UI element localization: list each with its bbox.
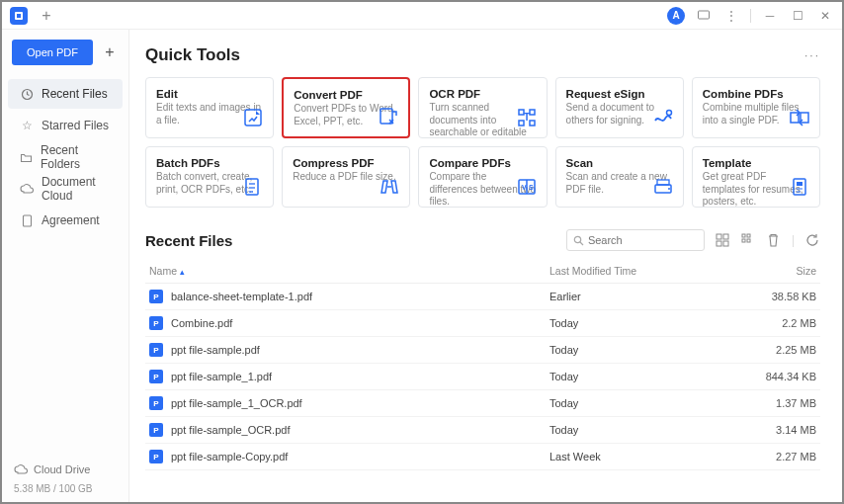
table-row[interactable]: Pppt file-sample-Copy.pdfLast Week2.27 M… [145, 444, 820, 470]
sidebar-item-label: Agreement [42, 213, 100, 227]
file-size: 2.27 MB [727, 451, 816, 462]
file-size: 2.2 MB [727, 317, 816, 329]
table-row[interactable]: Pppt file-sample_1.pdfToday844.34 KB [145, 364, 820, 390]
tool-card-batch-pdfs[interactable]: Batch PDFsBatch convert, create, print, … [145, 146, 274, 208]
tool-card-compress-pdf[interactable]: Compress PDFReduce a PDF file size. [282, 146, 410, 208]
cloud-drive-button[interactable]: Cloud Drive [14, 460, 117, 479]
svg-point-8 [666, 111, 671, 116]
card-title: OCR PDF [429, 88, 536, 100]
star-icon: ☆ [20, 119, 34, 132]
quick-tools-title: Quick Tools [145, 45, 240, 65]
col-size[interactable]: Size [727, 265, 816, 277]
tool-card-combine-pdfs[interactable]: Combine PDFsCombine multiple files into … [692, 77, 820, 138]
table-row[interactable]: Pbalance-sheet-template-1.pdfEarlier38.5… [145, 284, 820, 310]
svg-rect-30 [717, 241, 721, 246]
pdf-file-icon: P [149, 343, 163, 357]
svg-text:S: S [529, 184, 534, 191]
card-title: Compare PDFs [429, 157, 536, 169]
minimize-button[interactable]: ─ [761, 7, 779, 25]
maximize-button[interactable]: ☐ [789, 7, 806, 25]
svg-line-27 [580, 242, 583, 245]
file-modified: Today [549, 371, 727, 382]
search-input[interactable] [588, 234, 724, 246]
tool-card-edit[interactable]: EditEdit texts and images in a file. [145, 77, 274, 138]
table-row[interactable]: PCombine.pdfToday2.2 MB [145, 310, 820, 337]
tool-card-compare-pdfs[interactable]: Compare PDFsCompare the differences betw… [418, 146, 547, 208]
card-title: Template [703, 157, 809, 169]
tool-card-request-esign[interactable]: Request eSignSend a document to others f… [555, 77, 684, 138]
sidebar-item-label: Recent Folders [41, 143, 111, 171]
view-small-grid-icon[interactable] [740, 232, 756, 248]
sidebar-item-starred-files[interactable]: ☆ Starred Files [8, 111, 123, 140]
sidebar-item-agreement[interactable]: Agreement [8, 206, 123, 235]
file-modified: Earlier [549, 291, 727, 302]
file-modified: Today [549, 424, 727, 436]
file-name: ppt file-sample_1.pdf [171, 371, 272, 382]
file-modified: Last Week [549, 451, 727, 462]
svg-rect-2 [699, 11, 710, 19]
table-row[interactable]: Pppt file-sample.pdfToday2.25 MB [145, 337, 820, 364]
table-header: Name Last Modified Time Size [145, 259, 820, 284]
file-name: ppt file-sample_1_OCR.pdf [171, 397, 302, 409]
user-avatar[interactable]: A [667, 7, 685, 25]
sidebar-item-document-cloud[interactable]: Document Cloud [8, 174, 123, 204]
table-row[interactable]: Pppt file-sample_1_OCR.pdfToday1.37 MB [145, 390, 820, 417]
delete-icon[interactable] [766, 232, 782, 248]
card-icon [651, 175, 675, 199]
file-name: ppt file-sample_OCR.pdf [171, 424, 290, 436]
card-icon [788, 106, 811, 129]
file-size: 2.25 MB [727, 344, 816, 356]
svg-rect-22 [794, 179, 805, 195]
svg-rect-32 [742, 234, 745, 237]
svg-rect-31 [723, 241, 728, 246]
card-icon [241, 106, 265, 129]
refresh-icon[interactable] [804, 232, 820, 248]
svg-text:T: T [524, 112, 530, 123]
file-modified: Today [549, 344, 727, 356]
col-name[interactable]: Name [149, 265, 549, 277]
sidebar-item-recent-files[interactable]: Recent Files [8, 79, 123, 109]
card-icon: VS [515, 175, 539, 199]
svg-rect-28 [717, 234, 721, 239]
add-button[interactable]: + [101, 43, 119, 61]
pdf-file-icon: P [149, 396, 163, 410]
tool-card-convert-pdf[interactable]: Convert PDFConvert PDFs to Word, Excel, … [282, 77, 410, 138]
close-button[interactable]: ✕ [816, 7, 834, 25]
quick-tools-more-icon[interactable]: ··· [804, 48, 820, 62]
titlebar: + A ⋮ ─ ☐ ✕ [2, 2, 842, 30]
pdf-file-icon: P [149, 423, 163, 437]
view-grid-icon[interactable] [715, 232, 730, 248]
file-modified: Today [549, 397, 727, 409]
file-name: ppt file-sample.pdf [171, 344, 260, 356]
sidebar-item-recent-folders[interactable]: Recent Folders [8, 142, 123, 172]
sidebar-item-label: Document Cloud [42, 175, 111, 203]
file-name: ppt file-sample-Copy.pdf [171, 451, 288, 462]
svg-rect-34 [742, 239, 745, 242]
tool-card-template[interactable]: TemplateGet great PDF templates for resu… [692, 146, 820, 208]
file-size: 844.34 KB [727, 371, 816, 382]
more-menu-icon[interactable]: ⋮ [722, 7, 740, 25]
app-logo [10, 7, 28, 25]
sidebar-item-label: Recent Files [42, 87, 108, 101]
card-title: Compress PDF [293, 157, 399, 169]
tool-card-scan[interactable]: ScanScan and create a new PDF file. [555, 146, 684, 208]
chat-icon[interactable] [695, 7, 713, 25]
svg-rect-1 [17, 14, 21, 18]
pdf-file-icon: P [149, 450, 163, 463]
card-title: Scan [566, 157, 673, 169]
main-content: Quick Tools ··· EditEdit texts and image… [129, 30, 842, 502]
svg-rect-4 [23, 215, 31, 226]
col-modified[interactable]: Last Modified Time [549, 265, 727, 277]
new-tab-button[interactable]: + [38, 7, 55, 25]
card-icon [241, 175, 265, 199]
card-icon [788, 175, 811, 199]
table-row[interactable]: Pppt file-sample_OCR.pdfToday3.14 MB [145, 417, 820, 444]
open-pdf-button[interactable]: Open PDF [12, 40, 93, 65]
tool-card-ocr-pdf[interactable]: OCR PDFTurn scanned documents into searc… [418, 77, 547, 138]
svg-rect-35 [747, 239, 750, 242]
search-field[interactable] [566, 229, 705, 251]
file-size: 3.14 MB [727, 424, 816, 436]
card-title: Request eSign [566, 88, 673, 100]
pdf-file-icon: P [149, 370, 163, 383]
cloud-icon [14, 464, 28, 474]
